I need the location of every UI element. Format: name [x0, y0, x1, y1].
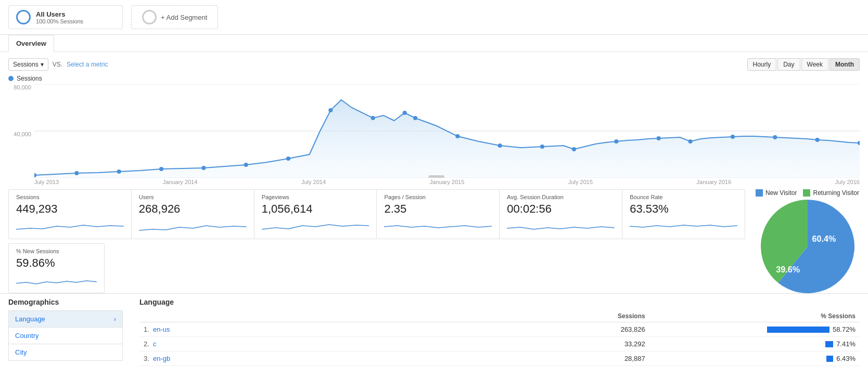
segment-label: All Users	[36, 10, 83, 18]
dropdown-arrow-icon: ▾	[41, 61, 44, 68]
lang-pct-2: 7.41%	[649, 337, 860, 351]
metric-sessions-value: 449,293	[16, 202, 124, 216]
sparkline-bounce	[630, 219, 737, 234]
svg-point-8	[244, 163, 248, 167]
lang-pct-label-3: 6.43%	[836, 355, 856, 362]
sparkline-new-sessions	[16, 273, 97, 289]
metric-pages-per-session: Pages / Session 2.35	[377, 190, 500, 239]
lang-pct-1: 58.72%	[649, 322, 860, 337]
sparkline-pageviews	[262, 219, 369, 234]
svg-point-23	[815, 138, 820, 142]
metric-users-value: 268,926	[139, 202, 247, 216]
metric-bounce-label: Bounce Rate	[630, 194, 737, 200]
svg-point-16	[540, 145, 544, 149]
x-axis-labels: July 2013 January 2014 July 2014 January…	[8, 179, 860, 185]
demo-item-language[interactable]: Language ›	[9, 311, 122, 328]
svg-point-15	[498, 144, 502, 148]
add-segment-icon	[142, 10, 157, 24]
svg-text:39.6%: 39.6%	[776, 265, 800, 274]
svg-point-13	[413, 116, 417, 120]
segment-circle-icon	[16, 10, 31, 24]
bar-icon	[826, 356, 833, 362]
vs-label: VS.	[53, 61, 62, 68]
metric-users: Users 268,926	[132, 190, 254, 239]
svg-text:▼: ▼	[434, 176, 439, 178]
pie-legend-new-visitor: New Visitor	[756, 189, 797, 197]
table-row: 3. en-gb 28,887 6.43%	[139, 351, 860, 366]
time-btn-week[interactable]: Week	[801, 58, 828, 71]
metric-avg-session-duration: Avg. Session Duration 00:02:56	[500, 190, 622, 239]
svg-point-10	[328, 108, 333, 112]
metrics-cards-row: Sessions 449,293 Users 268,926	[8, 189, 745, 239]
x-label-jul2013: July 2013	[34, 179, 59, 185]
segment-sub: 100.00% Sessions	[36, 18, 83, 24]
svg-point-17	[572, 147, 576, 151]
tab-overview[interactable]: Overview	[8, 35, 54, 52]
pie-legend: New Visitor Returning Visitor	[756, 189, 859, 197]
metric-pageviews-value: 1,056,614	[262, 202, 369, 216]
time-btn-month[interactable]: Month	[829, 58, 860, 71]
y-label-80k: 80,000	[8, 84, 31, 90]
time-btn-hourly[interactable]: Hourly	[747, 58, 777, 71]
col-sessions-header: Sessions	[571, 310, 649, 322]
svg-point-6	[159, 167, 163, 171]
time-buttons: Hourly Day Week Month	[747, 58, 860, 71]
time-btn-day[interactable]: Day	[777, 58, 800, 71]
x-label-jan2014: January 2014	[163, 179, 198, 185]
sparkline-users	[139, 219, 247, 234]
metric-dropdown-label: Sessions	[13, 61, 39, 68]
metric-new-sessions: % New Sessions 59.86%	[8, 243, 105, 293]
lang-pct-label-1: 58.72%	[833, 325, 856, 333]
metric-pages-per-session-value: 2.35	[384, 202, 492, 216]
svg-point-11	[371, 116, 375, 120]
language-table: Sessions % Sessions 1. en-us 263,826	[139, 310, 860, 366]
lang-pct-label-2: 7.41%	[836, 340, 856, 348]
all-users-segment[interactable]: All Users 100.00% Sessions	[8, 5, 123, 29]
sessions-dot-icon	[8, 76, 14, 81]
metric-pageviews-label: Pageviews	[262, 194, 369, 200]
chart-legend: Sessions	[8, 75, 860, 82]
metric-new-sessions-value: 59.86%	[16, 256, 97, 270]
add-segment-label: + Add Segment	[161, 14, 207, 21]
demographics-section: Demographics Language › Country City Lan…	[0, 293, 868, 370]
demo-chevron-icon: ›	[114, 315, 116, 323]
sessions-legend-label: Sessions	[17, 75, 42, 82]
metric-sessions: Sessions 449,293	[9, 190, 132, 239]
metric-pages-per-session-label: Pages / Session	[384, 194, 492, 200]
x-label-jan2016: January 2016	[697, 179, 732, 185]
x-label-jul2014: July 2014	[301, 179, 326, 185]
metric-new-sessions-label: % New Sessions	[16, 248, 97, 254]
metric-dropdown[interactable]: Sessions ▾	[8, 58, 48, 71]
demo-item-city[interactable]: City	[9, 344, 122, 360]
lang-sessions-2: 33,292	[571, 337, 649, 351]
chart-controls: Sessions ▾ VS. Select a metric Hourly Da…	[8, 58, 860, 71]
svg-point-18	[614, 139, 618, 144]
metric-avg-session-label: Avg. Session Duration	[507, 194, 615, 200]
x-label-jul2016: July 2016	[835, 179, 860, 185]
new-visitor-label: New Visitor	[765, 189, 797, 197]
new-visitor-color-swatch	[756, 189, 763, 197]
svg-text:60.4%: 60.4%	[812, 234, 836, 243]
svg-point-5	[117, 170, 121, 174]
demo-item-country[interactable]: Country	[9, 328, 122, 344]
lang-pct-3: 6.43%	[649, 351, 860, 366]
lang-rank-2: 2. c	[139, 337, 571, 351]
lang-link-c[interactable]: c	[153, 340, 157, 348]
lang-link-en-us[interactable]: en-us	[153, 325, 170, 333]
sparkline-pages-per-session	[384, 219, 492, 234]
sparkline-avg-session	[507, 219, 615, 234]
svg-point-4	[74, 171, 79, 175]
select-metric-link[interactable]: Select a metric	[67, 61, 108, 68]
metrics-pie-layout: Sessions 449,293 Users 268,926	[0, 185, 868, 293]
returning-visitor-label: Returning Visitor	[813, 189, 859, 197]
bar-icon	[767, 327, 829, 333]
svg-point-20	[688, 139, 693, 144]
table-row: 2. c 33,292 7.41%	[139, 337, 860, 351]
pie-chart-svg: 60.4% 39.6%	[761, 200, 854, 293]
metric-sessions-label: Sessions	[16, 194, 124, 200]
lang-sessions-3: 28,887	[571, 351, 649, 366]
svg-point-19	[657, 136, 661, 140]
lang-link-en-gb[interactable]: en-gb	[153, 355, 170, 362]
add-segment-button[interactable]: + Add Segment	[131, 5, 218, 29]
bar-icon	[825, 341, 833, 347]
